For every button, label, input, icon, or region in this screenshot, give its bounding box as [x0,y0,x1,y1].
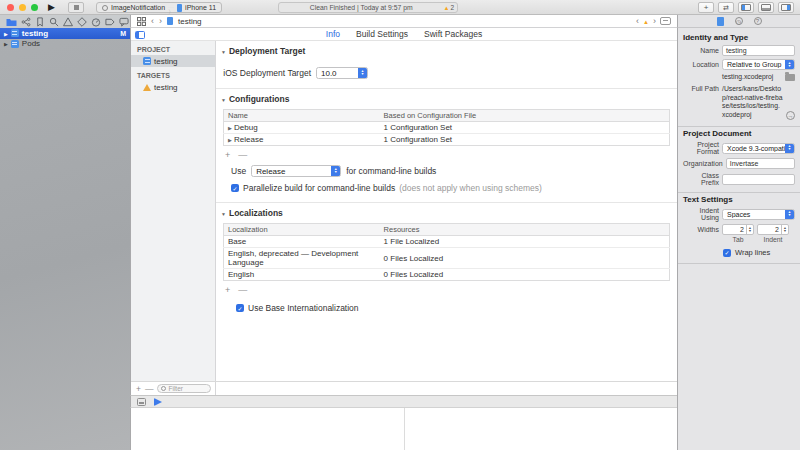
toggle-debug-area-button[interactable] [758,2,774,13]
table-row[interactable]: Release 1 Configuration Set [224,134,670,146]
table-row[interactable]: English 0 Files Localized [224,269,670,281]
disclosure-down-icon[interactable] [221,208,226,218]
command-line-config-dropdown[interactable]: Release [251,165,341,177]
tab-width-stepper[interactable]: 2 [722,224,754,235]
warning-count[interactable]: 2 [450,4,454,11]
tab-swift-packages[interactable]: Swift Packages [424,29,482,39]
indent-using-dropdown[interactable]: Spaces [722,209,795,220]
disclosure-down-icon[interactable] [221,94,226,104]
configurations-add-remove: + — [225,150,677,160]
column-header-based-on[interactable]: Based on Configuration File [380,110,670,122]
base-internationalization-label: Use Base Internationalization [248,303,359,313]
console-layout-icon[interactable] [137,398,146,406]
history-inspector-icon[interactable]: ◷ [735,17,743,25]
jump-bar-file[interactable]: testing [178,17,202,26]
file-inspector-icon[interactable] [717,17,724,26]
symbol-navigator-icon[interactable] [35,17,45,27]
disclosure-icon[interactable] [4,39,8,48]
related-items-icon[interactable] [137,17,146,26]
table-row[interactable]: Debug 1 Configuration Set [224,122,670,134]
use-label: Use [231,166,246,176]
info-pane: Deployment Target iOS Deployment Target … [216,41,677,381]
name-field[interactable]: testing [722,45,795,56]
debug-navigator-icon[interactable] [91,17,101,27]
inspector-tab-bar: ◷ ? [677,15,800,28]
breakpoints-toggle-icon[interactable] [154,398,162,406]
warning-icon[interactable] [443,4,449,11]
issue-navigator-icon[interactable] [63,17,73,27]
config-name: Debug [234,123,258,132]
configurations-section-header[interactable]: Configurations [216,89,677,104]
wrap-lines-checkbox[interactable] [723,249,731,257]
sidebar-target-testing[interactable]: testing [131,81,215,93]
source-control-navigator-icon[interactable] [21,17,31,27]
add-localization-button[interactable]: + [225,285,230,295]
find-navigator-icon[interactable] [49,17,59,27]
disclosure-icon[interactable] [228,123,232,132]
add-configuration-button[interactable]: + [225,150,230,160]
remove-localization-button[interactable]: — [238,285,247,295]
indent-width-stepper[interactable]: 2 [757,224,789,235]
reveal-in-finder-icon[interactable] [786,111,795,120]
close-window-button[interactable] [7,4,14,11]
stop-button[interactable] [68,2,84,13]
disclosure-down-icon[interactable] [221,46,226,56]
add-target-button[interactable]: + [136,384,141,394]
toggle-navigator-button[interactable] [738,2,754,13]
toggle-inspector-button[interactable] [778,2,794,13]
filter-icon [161,386,166,391]
breakpoint-navigator-icon[interactable] [105,17,115,27]
localizations-section-header[interactable]: Localizations [216,203,677,218]
previous-issue-icon[interactable] [636,17,639,26]
remove-configuration-button[interactable]: — [238,150,247,160]
project-navigator-icon[interactable] [6,17,17,27]
deployment-target-dropdown[interactable]: 10.0 [316,67,368,79]
minimize-window-button[interactable] [19,4,26,11]
deployment-target-section-header[interactable]: Deployment Target [216,41,677,56]
localizations-table: Localization Resources Base 1 File Local… [223,223,670,281]
table-row[interactable]: English, deprecated — Development Langua… [224,248,670,269]
navigator-item-pods[interactable]: Pods [0,39,130,50]
disclosure-icon[interactable] [4,29,8,38]
base-internationalization-checkbox[interactable] [236,304,244,312]
editor-mode-button[interactable]: ⇄ [718,2,734,13]
stepper-arrows-icon[interactable] [781,225,788,234]
scheme-selector[interactable]: ImageNotification iPhone 11 [96,2,222,13]
forward-icon[interactable] [159,17,162,26]
test-navigator-icon[interactable] [77,17,87,27]
class-prefix-field[interactable] [722,174,795,185]
column-header-name[interactable]: Name [224,110,380,122]
organization-field[interactable]: Invertase [726,158,795,169]
tab-info[interactable]: Info [326,29,340,39]
choose-folder-icon[interactable] [785,74,795,81]
stop-icon [74,5,79,10]
project-format-dropdown[interactable]: Xcode 9.3-compatible [722,143,795,154]
report-navigator-icon[interactable] [119,17,129,27]
sidebar-project-label: testing [154,57,178,66]
run-button[interactable] [48,2,55,12]
location-dropdown[interactable]: Relative to Group [722,59,795,70]
editor-options-icon[interactable] [660,17,671,25]
toggle-targets-list-icon[interactable] [135,31,145,39]
quick-help-inspector-icon[interactable]: ? [754,17,762,25]
variables-view[interactable] [131,408,404,450]
back-icon[interactable] [151,17,154,26]
stepper-arrows-icon[interactable] [746,225,753,234]
table-row[interactable]: Base 1 File Localized [224,236,670,248]
library-button[interactable]: + [698,2,714,13]
next-issue-icon[interactable] [653,17,656,26]
sidebar-project-testing[interactable]: testing [131,55,215,67]
issue-warning-icon[interactable] [643,16,649,26]
localizations-add-remove: + — [225,285,677,295]
remove-target-button[interactable]: — [145,384,154,394]
file-name-row: testing.xcodeproj [683,73,795,82]
disclosure-icon[interactable] [228,135,232,144]
navigator-item-testing[interactable]: testing M [0,28,130,39]
tab-build-settings[interactable]: Build Settings [356,29,408,39]
parallelize-checkbox[interactable] [231,184,239,192]
zoom-window-button[interactable] [31,4,38,11]
filter-field[interactable]: Filter [157,384,211,393]
console-view[interactable] [404,408,677,450]
column-header-localization[interactable]: Localization [224,224,380,236]
column-header-resources[interactable]: Resources [380,224,670,236]
